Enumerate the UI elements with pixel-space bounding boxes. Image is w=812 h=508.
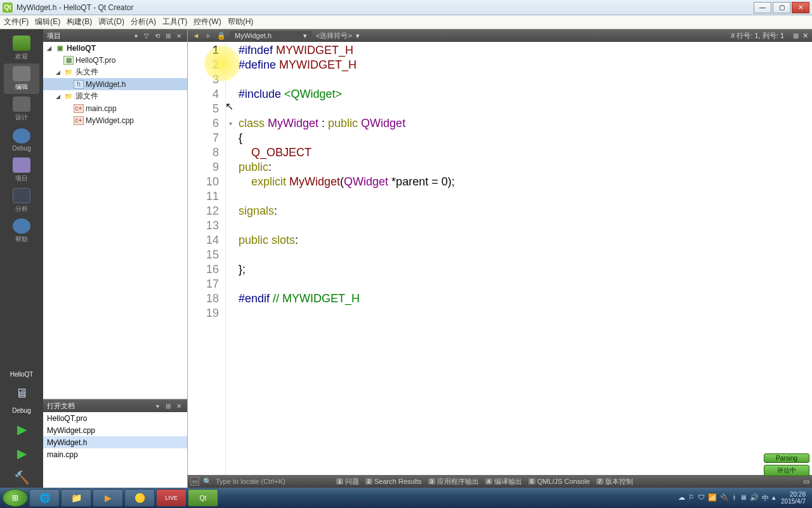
start-button[interactable]: ⊞ [3, 489, 28, 507]
open-docs-list[interactable]: HelloQT.proMyWidget.cppMyWidget.hmain.cp… [43, 412, 187, 460]
code-line-11[interactable] [239, 189, 812, 204]
code-editor[interactable]: 12345678910111213141516171819 ▾ #ifndef … [188, 42, 812, 475]
build-button[interactable]: 🔨 [9, 467, 34, 488]
output-tab-QML/JS Console[interactable]: 5QML/JS Console [526, 477, 593, 486]
output-tab-版本控制[interactable]: 7版本控制 [594, 477, 636, 486]
link-icon[interactable]: ⟲ [153, 31, 162, 40]
code-line-7[interactable]: { [239, 131, 812, 145]
tray-cloud-icon[interactable]: ☁ [678, 493, 685, 503]
open-doc-main.cpp[interactable]: main.cpp [43, 448, 187, 460]
taskbar-app-explorer[interactable]: 📁 [61, 489, 91, 507]
expand-arrow-icon[interactable]: ◢ [56, 93, 63, 100]
code-line-12[interactable]: signals: [239, 204, 812, 218]
dropdown-icon[interactable]: ▾ [153, 401, 162, 410]
tray-action-icon[interactable]: ⚐ [688, 493, 695, 503]
mode-分析[interactable]: 分析 [4, 185, 39, 216]
mode-欢迎[interactable]: 欢迎 [4, 33, 39, 64]
output-tab-编译输出[interactable]: 4编译输出 [483, 477, 525, 486]
expand-arrow-icon[interactable]: ◢ [47, 45, 55, 51]
tree-item-MyWidget.h[interactable]: hMyWidget.h [43, 78, 187, 90]
locator-input[interactable]: Type to locate (Ctrl+K) [216, 478, 330, 485]
filter-icon[interactable]: ▽ [142, 31, 151, 40]
output-toggle-icon[interactable]: ▭ [190, 477, 199, 486]
tray-power-icon[interactable]: 🔌 [720, 493, 729, 503]
tree-item-源文件[interactable]: ◢📁源文件 [43, 90, 187, 102]
taskbar-app-ie[interactable]: 🌐 [29, 489, 60, 507]
code-line-8[interactable]: Q_OBJECT [239, 145, 812, 160]
tree-item-MyWidget.cpp[interactable]: c+MyWidget.cpp [43, 114, 187, 126]
code-line-1[interactable]: #ifndef MYWIDGET_H [239, 43, 812, 58]
open-doc-MyWidget.h[interactable]: MyWidget.h [43, 436, 187, 448]
code-line-10[interactable]: explicit MyWidget(QWidget *parent = 0); [239, 175, 812, 189]
dropdown-icon[interactable]: ▾ [131, 31, 140, 40]
taskbar-clock[interactable]: 20:28 2015/4/7 [781, 491, 809, 505]
menu-构建(B)[interactable]: 构建(B) [67, 17, 92, 27]
menu-调试(D)[interactable]: 调试(D) [98, 17, 124, 27]
kit-selector-icon[interactable]: 🖥 [9, 383, 34, 403]
mode-Debug[interactable]: Debug [4, 124, 39, 155]
tray-bluetooth-icon[interactable]: ᚼ [732, 493, 737, 503]
file-selector[interactable]: MyWidget.h ▾ [230, 31, 312, 41]
open-doc-HelloQT.pro[interactable]: HelloQT.pro [43, 412, 187, 424]
mode-编辑[interactable]: 编辑 [4, 64, 39, 94]
mode-设计[interactable]: 设计 [4, 94, 39, 124]
code-line-5[interactable] [239, 102, 812, 116]
menu-帮助(H)[interactable]: 帮助(H) [228, 17, 254, 27]
system-tray[interactable]: ☁ ⚐ 🛡 📶 🔌 ᚼ 🖥 🔊 中 ▴ [678, 493, 776, 503]
tray-chevron-icon[interactable]: ▴ [772, 493, 776, 503]
menu-编辑(E)[interactable]: 编辑(E) [35, 17, 60, 27]
expand-arrow-icon[interactable]: ◢ [56, 69, 63, 76]
taskbar-app-chrome[interactable]: 🟡 [124, 489, 155, 507]
mode-帮助[interactable]: 帮助 [4, 216, 39, 246]
code-line-16[interactable]: }; [239, 262, 812, 277]
tree-item-HelloQT.pro[interactable]: ▦HelloQT.pro [43, 54, 187, 66]
close-button[interactable]: ✕ [792, 2, 809, 13]
close-pane-icon[interactable]: ▭ [803, 478, 809, 486]
menu-文件(F)[interactable]: 文件(F) [4, 17, 29, 27]
output-tab-问题[interactable]: 1问题 [334, 477, 362, 486]
split-icon[interactable]: ⊞ [164, 401, 173, 410]
tree-item-头文件[interactable]: ◢📁头文件 [43, 66, 187, 78]
debug-button[interactable]: ▶ [9, 443, 34, 464]
taskbar-app-live[interactable]: LIVE [156, 489, 187, 507]
code-line-2[interactable]: #define MYWIDGET_H [239, 58, 812, 72]
tree-item-main.cpp[interactable]: c+main.cpp [43, 102, 187, 114]
code-line-4[interactable]: #include <QWidget> [239, 87, 812, 102]
code-line-13[interactable] [239, 218, 812, 233]
code-line-9[interactable]: public: [239, 160, 812, 175]
symbol-selector[interactable]: <选择符号> [316, 31, 352, 41]
output-tab-Search Results[interactable]: 2Search Results [363, 477, 424, 486]
tray-volume-icon[interactable]: 🔊 [750, 493, 759, 503]
tray-ime-icon[interactable]: 中 [762, 493, 769, 503]
minimize-button[interactable]: — [754, 2, 771, 13]
code-line-6[interactable]: class MyWidget : public QWidget [239, 116, 812, 131]
close-panel-icon[interactable]: ✕ [174, 401, 183, 410]
close-panel-icon[interactable]: ✕ [174, 31, 183, 40]
code-line-3[interactable] [239, 72, 812, 87]
split-icon[interactable]: ⊞ [164, 31, 173, 40]
menu-控件(W)[interactable]: 控件(W) [193, 17, 221, 27]
taskbar-app-qtcreator[interactable]: Qt [188, 489, 218, 507]
taskbar-app-media[interactable]: ▶ [93, 489, 123, 507]
project-tree[interactable]: ◢▣HelloQT▦HelloQT.pro◢📁头文件hMyWidget.h◢📁源… [43, 42, 187, 399]
run-button[interactable]: ▶ [9, 419, 34, 439]
code-line-14[interactable]: public slots: [239, 233, 812, 248]
menu-工具(T)[interactable]: 工具(T) [162, 17, 187, 27]
mode-项目[interactable]: 项目 [4, 155, 39, 185]
open-doc-MyWidget.cpp[interactable]: MyWidget.cpp [43, 424, 187, 436]
close-editor-icon[interactable]: ✕ [802, 32, 808, 40]
tray-network-icon[interactable]: 📶 [708, 493, 717, 503]
maximize-button[interactable]: ▢ [773, 2, 790, 13]
split-icon[interactable]: ⊞ [793, 32, 799, 40]
code-line-18[interactable]: #endif // MYWIDGET_H [239, 291, 812, 306]
code-line-19[interactable] [239, 306, 812, 321]
menu-分析(A)[interactable]: 分析(A) [131, 17, 156, 27]
code-line-17[interactable] [239, 277, 812, 291]
tray-shield-icon[interactable]: 🛡 [698, 493, 705, 503]
output-tab-应用程序输出[interactable]: 3应用程序输出 [426, 477, 481, 486]
tray-monitor-icon[interactable]: 🖥 [740, 493, 747, 503]
code-line-15[interactable] [239, 248, 812, 262]
nav-back-icon[interactable]: ◄ [192, 32, 200, 39]
nav-fwd-icon[interactable]: ► [204, 32, 213, 39]
tree-item-HelloQT[interactable]: ◢▣HelloQT [43, 42, 187, 54]
